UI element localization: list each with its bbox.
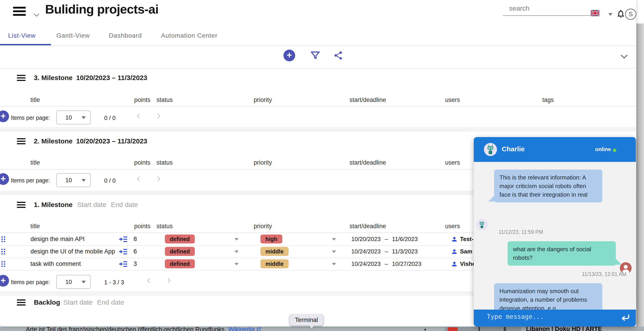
task-title[interactable]: task with comment <box>30 258 81 270</box>
move-to-milestone-icon[interactable] <box>119 258 128 270</box>
share-icon[interactable] <box>333 50 343 61</box>
chat-header: Charlie online <box>474 137 636 162</box>
milestone-2-title: 2. Milestone <box>34 137 72 145</box>
chat-status-label: online <box>595 146 611 152</box>
task-title[interactable]: design the main API <box>30 233 84 245</box>
milestone-3-header: 3. Milestone 10/20/2023 – 11/3/2023 <box>34 74 147 82</box>
overflow-menu-icon[interactable] <box>424 327 426 331</box>
next-page-icon[interactable] <box>165 277 172 285</box>
tab-automation-center[interactable]: Automation Center <box>161 32 217 39</box>
send-message-icon[interactable] <box>621 314 630 323</box>
milestone-2-menu-icon[interactable] <box>17 138 26 144</box>
backlog-end-date-field[interactable]: End date <box>97 298 124 306</box>
page-size-select[interactable]: 10 <box>56 173 91 187</box>
milestone-3-menu-icon[interactable] <box>17 75 26 81</box>
previous-page-icon[interactable] <box>135 176 142 183</box>
drag-handle-icon[interactable] <box>1 245 6 258</box>
user-avatar[interactable]: S <box>625 8 636 20</box>
column-users: users <box>445 96 460 104</box>
task-user[interactable]: Vishe <box>451 258 476 270</box>
move-to-milestone-icon[interactable] <box>119 233 128 245</box>
chat-widget: Charlie online This is the relevant info… <box>474 137 636 326</box>
collapse-toolbar-chevron-icon[interactable] <box>620 54 628 60</box>
tooltip-tail <box>309 325 314 328</box>
page-size-select[interactable]: 10 <box>56 275 91 289</box>
priority-dropdown-caret[interactable] <box>332 263 336 266</box>
priority-badge[interactable]: middle <box>260 247 289 256</box>
bubble-tail <box>488 194 496 202</box>
status-badge[interactable]: defined <box>165 247 195 256</box>
chat-message-input[interactable] <box>486 313 614 321</box>
search-input[interactable] <box>503 3 596 16</box>
milestone-1-header: 1. Milestone Start date End date <box>34 201 138 208</box>
drag-handle-icon[interactable] <box>1 233 6 245</box>
status-badge[interactable]: defined <box>165 259 195 268</box>
wikipedia-link[interactable]: Wikipedia <box>228 326 255 331</box>
backlog-title: Backlog <box>34 298 60 306</box>
tooltip-label: Terminal <box>295 316 318 324</box>
milestone-1-menu-icon[interactable] <box>17 202 26 208</box>
priority-dropdown-caret[interactable] <box>332 238 336 240</box>
tab-list-view[interactable]: List-View <box>8 32 36 39</box>
backlog-menu-icon[interactable] <box>17 300 26 306</box>
move-to-milestone-icon[interactable] <box>119 245 128 258</box>
main-menu-icon[interactable] <box>13 7 26 16</box>
notifications-bell-icon[interactable] <box>616 8 626 20</box>
task-dates[interactable]: 10/24/2023–10/27/2023 <box>351 258 422 270</box>
task-user[interactable]: Sam <box>451 245 472 258</box>
bot-avatar <box>484 143 497 156</box>
arte-logo <box>448 328 458 331</box>
milestone-2-add-button[interactable]: + <box>0 173 9 185</box>
chat-agent-name: Charlie <box>502 145 525 153</box>
tab-dashboard[interactable]: Dashboard <box>109 32 142 39</box>
user-message-bubble: what are the dangers of social robots? <box>508 241 616 266</box>
previous-page-icon[interactable] <box>135 113 142 120</box>
milestone-1-end-date-field[interactable]: End date <box>111 201 138 208</box>
tab-gantt-view[interactable]: Gantt-View <box>56 32 90 39</box>
task-dates[interactable]: 10/24/2023–11/3/2023 <box>351 245 418 258</box>
column-title: title <box>30 96 40 104</box>
add-task-button[interactable]: + <box>284 50 295 61</box>
next-page-icon[interactable] <box>155 113 162 120</box>
page-size-select[interactable]: 10 <box>56 110 91 124</box>
language-flag-icon[interactable] <box>591 10 599 17</box>
milestone-2-dates[interactable]: 10/20/2023 – 11/3/2023 <box>76 137 147 145</box>
milestone-1-add-button[interactable]: + <box>0 275 9 286</box>
chat-input-bar <box>474 310 636 326</box>
milestone-3-dates[interactable]: 10/20/2023 – 11/3/2023 <box>76 74 147 82</box>
previous-page-icon[interactable] <box>146 277 152 285</box>
backlog-start-date-field[interactable]: Start date <box>63 298 93 306</box>
terminal-tooltip: Terminal <box>290 314 323 326</box>
message-timestamp: 11/12/23, 11:59 PM <box>498 229 543 235</box>
next-page-icon[interactable] <box>155 176 162 183</box>
page-range-label: 0 / 0 <box>104 114 116 122</box>
milestone-3-add-button[interactable]: + <box>0 110 9 122</box>
status-badge[interactable]: defined <box>165 234 195 244</box>
filter-icon[interactable] <box>310 50 320 62</box>
milestone-2-header: 2. Milestone 10/20/2023 – 11/3/2023 <box>34 137 147 145</box>
priority-badge[interactable]: high <box>260 234 282 244</box>
task-points: 6 <box>134 245 137 258</box>
background-page-text: Arte ist Teil des französischen/deutsche… <box>26 326 261 331</box>
chat-messages: This is the relevant information: A majo… <box>474 162 636 310</box>
priority-badge[interactable]: middle <box>260 259 289 268</box>
priority-dropdown-caret[interactable] <box>332 250 336 253</box>
task-dates[interactable]: 10/20/2023–11/6/2023 <box>351 233 418 245</box>
task-points: 3 <box>134 258 137 270</box>
backlog-header: Backlog Start date End date <box>34 298 124 306</box>
task-points: 8 <box>134 233 137 245</box>
milestone-1-start-date-field[interactable]: Start date <box>77 201 106 208</box>
task-user[interactable]: Test- <box>451 233 474 245</box>
user-name: Vishe <box>460 260 476 268</box>
status-dropdown-caret[interactable] <box>234 250 238 253</box>
milestone-3-title: 3. Milestone <box>34 74 72 82</box>
drag-handle-icon[interactable] <box>1 258 6 270</box>
status-dropdown-caret[interactable] <box>234 238 238 240</box>
task-title[interactable]: design the UI of the mobile App <box>30 245 115 258</box>
column-points: points <box>134 96 150 104</box>
user-name: Test- <box>460 236 474 242</box>
project-switch-chevron-down-icon[interactable] <box>33 13 40 18</box>
milestone-1-title: 1. Milestone <box>34 201 72 208</box>
language-dropdown-caret[interactable] <box>608 13 612 16</box>
status-dropdown-caret[interactable] <box>234 263 238 266</box>
